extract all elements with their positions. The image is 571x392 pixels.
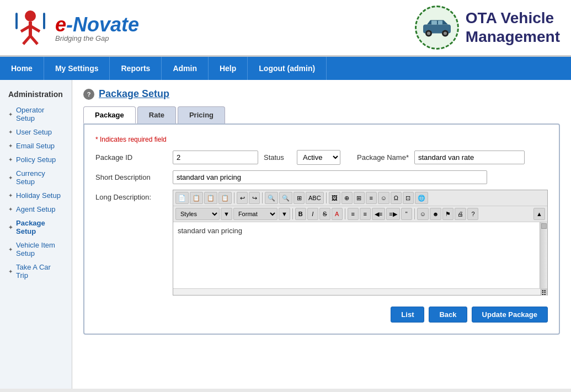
rte-sep5 (345, 208, 345, 219)
rte-btn-list[interactable]: ≡ (366, 192, 377, 204)
required-note: * Indicates required field (95, 136, 548, 143)
status-select[interactable]: Active Inactive (297, 150, 340, 165)
svg-rect-7 (43, 13, 45, 29)
rte-print-button[interactable]: 🖨 (455, 208, 466, 220)
package-name-input[interactable] (414, 151, 525, 164)
rte-smiley2-button[interactable]: ☻ (430, 208, 442, 220)
rte-resize-handle[interactable]: ⠿ (541, 289, 547, 296)
rte-outdent-button[interactable]: ◀≡ (372, 208, 385, 220)
rte-scrollbar-handle[interactable]: ▲ (533, 208, 545, 220)
car-svg (420, 17, 453, 39)
back-button[interactable]: Back (429, 307, 467, 323)
rte-btn-paste[interactable]: 📋 (204, 192, 217, 204)
update-package-button[interactable]: Update Package (472, 307, 548, 323)
status-label: Status (264, 153, 291, 162)
rte-color-button[interactable]: A (332, 208, 343, 220)
content-area: ? Package Setup Package Rate Pricing * I… (72, 80, 571, 389)
rte-blockquote-button[interactable]: " (401, 208, 412, 220)
rte-ordered-list-button[interactable]: ≡ (348, 208, 359, 220)
rte-btn-image[interactable]: 🖼 (329, 192, 340, 204)
rte-btn-new[interactable]: 📄 (175, 192, 189, 204)
svg-point-11 (427, 32, 430, 35)
rte-scroll-up[interactable] (541, 223, 547, 229)
rte-btn-redo[interactable]: ↪ (249, 192, 260, 204)
rte-styles-select[interactable]: Styles (175, 208, 220, 220)
rte-unordered-list-button[interactable]: ≡ (360, 208, 371, 220)
nav-my-settings[interactable]: My Settings (44, 57, 110, 80)
sidebar-star-icon: ✦ (8, 129, 13, 135)
rte-format-arrow[interactable]: ▼ (279, 208, 290, 220)
nav-logout[interactable]: Logout (admin) (248, 57, 327, 80)
rte-btn-link[interactable]: 🌐 (415, 192, 428, 204)
sidebar-item-operator-setup[interactable]: ✦ Operator Setup (0, 103, 72, 125)
nav-home[interactable]: Home (0, 57, 44, 80)
rte-btn-spell[interactable]: ABC (306, 192, 324, 204)
sidebar-item-take-car-trip[interactable]: ✦ Take A Car Trip (0, 260, 72, 282)
package-id-input[interactable] (173, 151, 258, 164)
svg-line-4 (23, 36, 30, 44)
rte-smiley-button[interactable]: ☺ (417, 208, 429, 220)
rte-sep2 (262, 192, 263, 203)
rte-format-select[interactable]: Format (233, 208, 278, 220)
rte-btn-undo[interactable]: ↩ (237, 192, 248, 204)
tab-rate[interactable]: Rate (137, 106, 176, 123)
nav-help[interactable]: Help (209, 57, 248, 80)
logo-e: e (55, 13, 66, 36)
rte-btn-special-chars[interactable]: Ω (391, 192, 402, 204)
sidebar-item-label: Vehicle Item Setup (16, 241, 63, 257)
sidebar-item-email-setup[interactable]: ✦ Email Setup (0, 139, 72, 153)
rte-btn-paste2[interactable]: 📋 (218, 192, 232, 204)
sidebar-item-label: Policy Setup (16, 155, 56, 164)
short-desc-input[interactable] (173, 170, 487, 184)
sidebar-item-agent-setup[interactable]: ✦ Agent Setup (0, 202, 72, 216)
sidebar-item-package-setup[interactable]: ✦ Package Setup (0, 216, 72, 238)
sidebar-item-policy-setup[interactable]: ✦ Policy Setup (0, 153, 72, 167)
rte-styles-arrow[interactable]: ▼ (221, 208, 232, 220)
rte-btn-table[interactable]: ⊞ (293, 192, 305, 204)
logo-text: e-Novate Bridging the Gap (55, 13, 139, 42)
sidebar-item-vehicle-item-setup[interactable]: ✦ Vehicle Item Setup (0, 238, 72, 260)
long-desc-label: Long Description: (95, 193, 167, 201)
rte-scrollbar (540, 222, 547, 288)
rte-indent-button[interactable]: ≡▶ (386, 208, 399, 220)
required-note-text: Indicates required field (100, 136, 167, 143)
rte-bold-button[interactable]: B (295, 208, 306, 220)
tab-package[interactable]: Package (83, 106, 136, 123)
sidebar-item-label: Email Setup (16, 142, 55, 150)
short-desc-label: Short Description (95, 173, 167, 181)
rte-body[interactable]: standard van pricing (173, 222, 540, 288)
package-name-label: Package Name* (357, 153, 409, 162)
rte-italic-button[interactable]: I (307, 208, 318, 220)
nav-admin[interactable]: Admin (162, 57, 209, 80)
rte-btn-table2[interactable]: ⊞ (354, 192, 365, 204)
sidebar-star-icon: ✦ (8, 246, 13, 253)
sidebar-item-label: Agent Setup (16, 205, 56, 213)
help-circle-icon[interactable]: ? (83, 89, 94, 100)
svg-rect-6 (15, 13, 18, 29)
logo-left: e-Novate Bridging the Gap (11, 8, 139, 47)
rte-btn-replace[interactable]: 🔍 (279, 192, 292, 204)
logo-right-text: OTA VehicleManagement (466, 9, 560, 46)
form-panel: * Indicates required field Package ID St… (83, 123, 560, 335)
list-button[interactable]: List (391, 307, 424, 323)
rte-btn-find[interactable]: 🔍 (265, 192, 278, 204)
main-layout: Administration ✦ Operator Setup ✦ User S… (0, 80, 571, 389)
sidebar-item-user-setup[interactable]: ✦ User Setup (0, 125, 72, 139)
button-row: List Back Update Package (95, 307, 548, 323)
header: e-Novate Bridging the Gap OTA VehicleMan… (0, 0, 571, 57)
form-row-id-status: Package ID Status Active Inactive Packag… (95, 150, 548, 165)
sidebar-item-holiday-setup[interactable]: ✦ Holiday Setup (0, 189, 72, 202)
tab-pricing[interactable]: Pricing (178, 106, 225, 123)
rte-btn-emoji[interactable]: ☺ (378, 192, 389, 204)
rte-strikethrough-button[interactable]: S (319, 208, 330, 220)
rte-help-button[interactable]: ? (467, 208, 478, 220)
rte-btn-anchor[interactable]: ⊡ (403, 192, 414, 204)
sidebar-item-label: Holiday Setup (16, 191, 61, 200)
sidebar-title: Administration (0, 85, 72, 103)
rte-btn-flash[interactable]: ⊕ (341, 192, 353, 204)
rte-sep6 (414, 208, 415, 219)
rte-btn-copy[interactable]: 📋 (190, 192, 203, 204)
sidebar-item-currency-setup[interactable]: ✦ Currency Setup (0, 167, 72, 189)
nav-reports[interactable]: Reports (110, 57, 162, 80)
rte-flag-button[interactable]: ⚑ (442, 208, 453, 220)
